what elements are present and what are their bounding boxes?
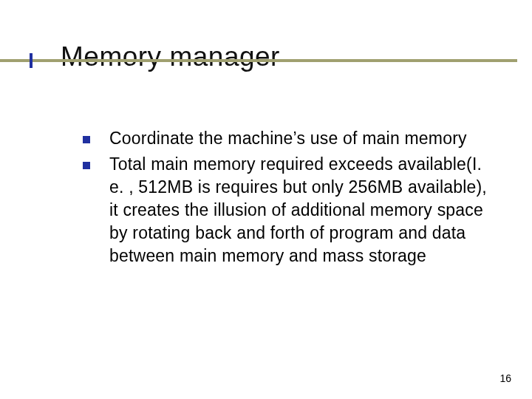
title-tick-icon: [30, 53, 33, 68]
list-item: Coordinate the machine’s use of main mem…: [83, 127, 495, 150]
square-bullet-icon: [83, 162, 90, 169]
page-number: 16: [499, 372, 511, 384]
bullet-text: Total main memory required exceeds avail…: [109, 153, 495, 267]
bullet-text: Coordinate the machine’s use of main mem…: [109, 127, 467, 150]
title-underline: [0, 59, 517, 62]
list-item: Total main memory required exceeds avail…: [83, 153, 495, 267]
slide-body: Coordinate the machine’s use of main mem…: [83, 127, 495, 270]
slide-title-wrap: Memory manager: [0, 59, 517, 62]
square-bullet-icon: [83, 136, 90, 143]
slide-title: Memory manager: [61, 41, 280, 72]
